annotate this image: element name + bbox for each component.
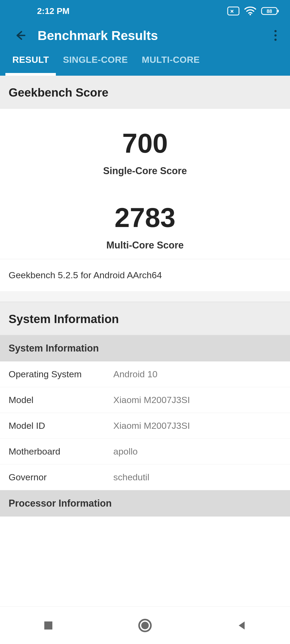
multi-core-score-block: 2783 Multi-Core Score (0, 182, 290, 256)
row-value: Xiaomi M2007J3SI (113, 420, 281, 431)
svg-point-6 (274, 34, 277, 36)
status-icons: 88 (227, 6, 279, 16)
status-bar: 2:12 PM 88 (0, 0, 290, 22)
nav-recents-button[interactable] (24, 612, 73, 639)
single-core-score-block: 700 Single-Core Score (0, 117, 290, 182)
row-governor: Governor schedutil (0, 464, 290, 490)
score-container: 700 Single-Core Score 2783 Multi-Core Sc… (0, 109, 290, 259)
app-bar: Benchmark Results (0, 22, 290, 49)
back-arrow-icon (14, 30, 26, 41)
row-value: apollo (113, 446, 281, 457)
tab-single-core[interactable]: SINGLE-CORE (56, 48, 135, 76)
row-key: Governor (9, 472, 113, 482)
row-model: Model Xiaomi M2007J3SI (0, 387, 290, 413)
svg-point-10 (141, 622, 149, 629)
status-time: 2:12 PM (37, 6, 70, 16)
circle-icon (137, 618, 153, 633)
tab-multi-core[interactable]: MULTI-CORE (135, 48, 207, 76)
screencast-icon (227, 6, 240, 16)
square-icon (43, 620, 53, 631)
multi-core-score-value: 2783 (0, 203, 290, 232)
svg-text:88: 88 (267, 9, 272, 14)
row-value: schedutil (113, 472, 281, 482)
single-core-score-label: Single-Core Score (0, 165, 290, 177)
section-header-sysinfo: System Information (0, 302, 290, 335)
svg-rect-0 (228, 7, 239, 15)
score-section-title: Geekbench Score (9, 86, 281, 99)
section-spacer (0, 291, 290, 302)
system-nav-bar (0, 606, 290, 644)
svg-point-1 (249, 14, 251, 15)
overflow-menu-button[interactable] (267, 27, 284, 43)
row-model-id: Model ID Xiaomi M2007J3SI (0, 413, 290, 439)
tab-result[interactable]: RESULT (5, 48, 56, 76)
procinfo-subheader: Processor Information (0, 490, 290, 517)
wifi-icon (244, 6, 256, 16)
sysinfo-subheader: System Information (0, 335, 290, 361)
tab-bar: RESULT SINGLE-CORE MULTI-CORE (0, 49, 290, 76)
row-operating-system: Operating System Android 10 (0, 361, 290, 387)
svg-point-5 (274, 30, 277, 32)
battery-icon: 88 (261, 6, 279, 16)
row-key: Model ID (9, 420, 113, 431)
svg-rect-3 (278, 10, 279, 12)
row-key: Operating System (9, 369, 113, 379)
row-value: Android 10 (113, 369, 281, 379)
svg-point-7 (274, 39, 277, 41)
row-motherboard: Motherboard apollo (0, 439, 290, 464)
row-value: Xiaomi M2007J3SI (113, 395, 281, 405)
single-core-score-value: 700 (0, 129, 290, 158)
sysinfo-section-title: System Information (9, 312, 281, 326)
svg-rect-8 (44, 621, 52, 630)
version-row: Geekbench 5.2.5 for Android AArch64 (0, 259, 290, 291)
multi-core-score-label: Multi-Core Score (0, 240, 290, 251)
row-key: Model (9, 395, 113, 405)
row-key: Motherboard (9, 446, 113, 457)
nav-back-button[interactable] (218, 612, 266, 639)
back-button[interactable] (12, 27, 28, 43)
nav-home-button[interactable] (121, 612, 169, 639)
page-title: Benchmark Results (38, 28, 267, 43)
section-header-score: Geekbench Score (0, 76, 290, 109)
triangle-left-icon (237, 620, 247, 631)
kebab-icon (274, 30, 277, 41)
